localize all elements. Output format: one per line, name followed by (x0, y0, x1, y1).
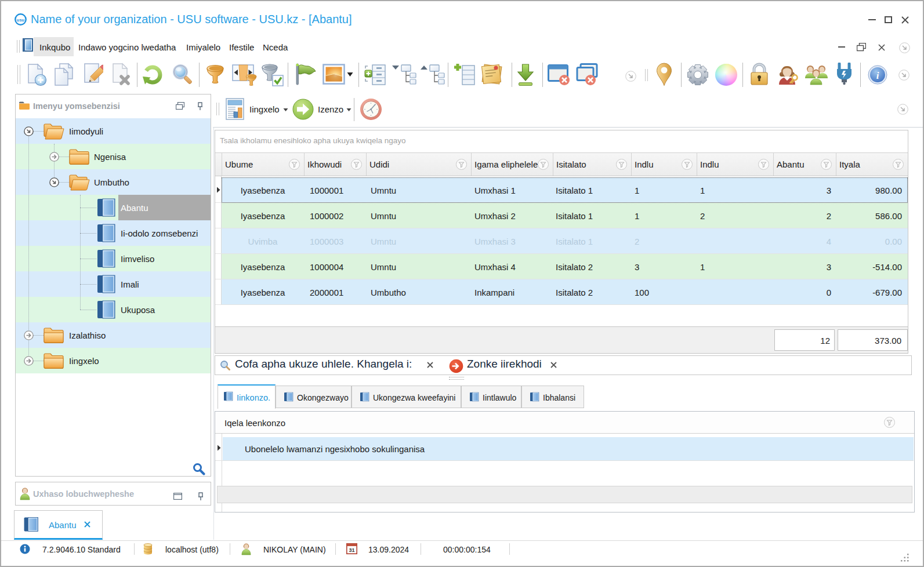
svg-text:i: i (876, 70, 879, 81)
svg-text:31: 31 (349, 547, 354, 553)
svg-text:usu: usu (17, 17, 25, 23)
